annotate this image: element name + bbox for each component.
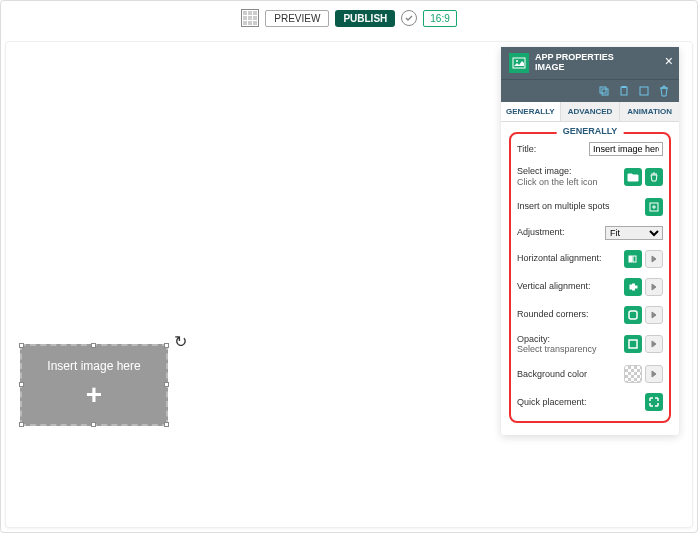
copy-icon[interactable] xyxy=(597,84,611,98)
image-icon xyxy=(509,53,529,73)
publish-button[interactable]: PUBLISH xyxy=(335,10,395,27)
tab-generally[interactable]: GENERALLY xyxy=(501,102,561,121)
resize-handle[interactable] xyxy=(19,382,24,387)
paste-icon[interactable] xyxy=(617,84,631,98)
resize-handle[interactable] xyxy=(164,343,169,348)
section-title: GENERALLY xyxy=(557,126,624,136)
title-label: Title: xyxy=(517,144,536,155)
resize-handle[interactable] xyxy=(164,422,169,427)
v-align-button[interactable] xyxy=(624,278,642,296)
svg-rect-5 xyxy=(622,86,626,88)
image-placeholder-widget[interactable]: Insert image here + xyxy=(20,344,168,426)
adjustment-select[interactable]: Fit xyxy=(605,226,663,240)
aspect-ratio-label: 16:9 xyxy=(423,10,456,27)
folder-icon[interactable] xyxy=(624,168,642,186)
svg-rect-10 xyxy=(630,285,632,289)
resize-handle[interactable] xyxy=(91,422,96,427)
rotate-icon[interactable]: ↻ xyxy=(174,332,187,351)
rounded-button[interactable] xyxy=(624,306,642,324)
opacity-label: Opacity: Select transparency xyxy=(517,334,597,356)
panel-subtitle: IMAGE xyxy=(535,63,614,73)
svg-rect-13 xyxy=(629,311,637,319)
tab-animation[interactable]: ANIMATION xyxy=(620,102,679,121)
h-align-button[interactable] xyxy=(624,250,642,268)
svg-rect-9 xyxy=(633,256,636,262)
preview-button[interactable]: PREVIEW xyxy=(265,10,329,27)
tab-advanced[interactable]: ADVANCED xyxy=(561,102,621,121)
svg-rect-14 xyxy=(629,340,637,348)
svg-rect-8 xyxy=(629,256,632,262)
rounded-label: Rounded corners: xyxy=(517,309,589,320)
title-input[interactable] xyxy=(589,142,663,156)
trash-icon[interactable] xyxy=(657,84,671,98)
delete-image-icon[interactable] xyxy=(645,168,663,186)
properties-panel: APP PROPERTIES IMAGE × GENERALLY ADVANCE… xyxy=(501,47,679,435)
expand-icon[interactable] xyxy=(645,335,663,353)
svg-rect-11 xyxy=(633,284,635,290)
h-align-label: Horizontal alignment: xyxy=(517,253,602,264)
toolbar: PREVIEW PUBLISH 16:9 xyxy=(1,1,697,35)
resize-handle[interactable] xyxy=(91,343,96,348)
svg-rect-6 xyxy=(640,87,648,95)
svg-rect-2 xyxy=(600,87,606,93)
expand-icon[interactable] xyxy=(645,250,663,268)
duplicate-icon[interactable] xyxy=(637,84,651,98)
expand-icon[interactable] xyxy=(645,306,663,324)
bg-color-label: Background color xyxy=(517,369,587,380)
svg-rect-3 xyxy=(602,89,608,95)
v-align-label: Vertical alignment: xyxy=(517,281,591,292)
expand-icon[interactable] xyxy=(645,278,663,296)
select-image-label: Select image: Click on the left icon xyxy=(517,166,598,188)
widget-label: Insert image here xyxy=(47,359,140,373)
adjustment-label: Adjustment: xyxy=(517,227,565,238)
quick-placement-label: Quick placement: xyxy=(517,397,587,408)
svg-rect-4 xyxy=(621,87,627,95)
multi-spots-label: Insert on multiple spots xyxy=(517,201,610,212)
opacity-button[interactable] xyxy=(624,335,642,353)
check-icon[interactable] xyxy=(401,10,417,26)
svg-rect-12 xyxy=(635,286,637,288)
resize-handle[interactable] xyxy=(19,343,24,348)
expand-icon[interactable] xyxy=(645,365,663,383)
multi-spots-button[interactable] xyxy=(645,198,663,216)
svg-point-1 xyxy=(516,60,518,62)
quick-placement-button[interactable] xyxy=(645,393,663,411)
bg-color-button[interactable] xyxy=(624,365,642,383)
close-icon[interactable]: × xyxy=(665,53,673,69)
resize-handle[interactable] xyxy=(19,422,24,427)
grid-icon[interactable] xyxy=(241,9,259,27)
resize-handle[interactable] xyxy=(164,382,169,387)
plus-icon: + xyxy=(86,379,102,411)
